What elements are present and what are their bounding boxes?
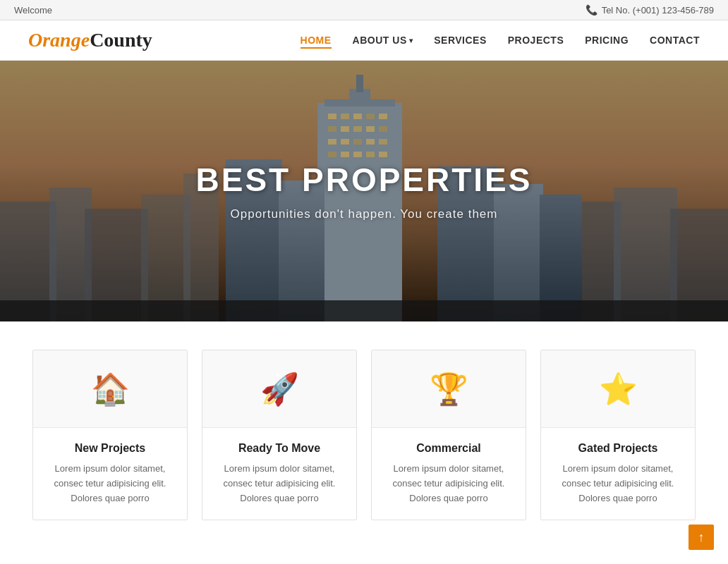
cards-section: 🏠 New Projects Lorem ipsum dolor sitamet… [0, 321, 728, 541]
card-title-4: Gated Projects [554, 442, 682, 455]
nav-item-services[interactable]: SERVICES [434, 34, 487, 47]
topbar-right: 📞 Tel No. (+001) 123-456-789 [586, 4, 714, 16]
nav-links: HOME ABOUT US ▾ SERVICES PROJECTS PRICIN… [301, 32, 700, 49]
card-text-4: Lorem ipsum dolor sitamet, consec tetur … [554, 462, 682, 505]
hero-subtitle: Opportunities don't happen. You create t… [196, 207, 533, 221]
card-new-projects[interactable]: 🏠 New Projects Lorem ipsum dolor sitamet… [32, 350, 188, 520]
nav-link-home[interactable]: HOME [301, 32, 332, 49]
hero-content: BEST PROPERTIES Opportunities don't happ… [196, 161, 533, 221]
card-title-3: Commercial [384, 442, 513, 455]
logo[interactable]: Orange County [28, 29, 152, 51]
card-title-1: New Projects [46, 442, 174, 455]
nav-link-projects[interactable]: PROJECTS [508, 32, 564, 49]
trophy-icon: 🏆 [430, 371, 468, 407]
card-text-1: Lorem ipsum dolor sitamet, consec tetur … [46, 462, 174, 505]
card-icon-area-3: 🏆 [372, 350, 526, 428]
hero-title: BEST PROPERTIES [196, 161, 533, 199]
nav-link-about-us[interactable]: ABOUT US ▾ [353, 32, 413, 49]
hero-section: BEST PROPERTIES Opportunities don't happ… [0, 61, 728, 321]
card-body-1: New Projects Lorem ipsum dolor sitamet, … [33, 428, 187, 520]
card-icon-area-4: ⭐ [541, 350, 695, 428]
nav-link-pricing[interactable]: PRICING [585, 32, 629, 49]
card-commercial[interactable]: 🏆 Commercial Lorem ipsum dolor sitamet, … [371, 350, 526, 520]
nav-item-pricing[interactable]: PRICING [585, 34, 629, 47]
home-icon: 🏠 [91, 371, 130, 407]
nav-link-services[interactable]: SERVICES [434, 32, 487, 49]
rocket-icon: 🚀 [260, 371, 299, 407]
phone-icon: 📞 [586, 4, 597, 16]
card-body-2: Ready To Move Lorem ipsum dolor sitamet,… [202, 428, 356, 520]
about-us-label: ABOUT US [353, 35, 407, 46]
back-to-top-button[interactable]: ↑ [688, 525, 714, 541]
card-text-2: Lorem ipsum dolor sitamet, consec tetur … [215, 462, 344, 505]
card-body-4: Gated Projects Lorem ipsum dolor sitamet… [541, 428, 695, 520]
card-gated-projects[interactable]: ⭐ Gated Projects Lorem ipsum dolor sitam… [540, 350, 696, 520]
welcome-text: Welcome [14, 5, 52, 16]
nav-item-about-us[interactable]: ABOUT US ▾ [353, 32, 413, 49]
navbar: Orange County HOME ABOUT US ▾ SERVICES P… [0, 20, 728, 61]
card-text-3: Lorem ipsum dolor sitamet, consec tetur … [384, 462, 513, 505]
nav-item-projects[interactable]: PROJECTS [508, 34, 564, 47]
chevron-down-icon: ▾ [409, 37, 413, 44]
card-icon-area-1: 🏠 [33, 350, 187, 428]
star-icon: ⭐ [599, 371, 638, 407]
logo-black: County [90, 29, 152, 51]
topbar: Welcome 📞 Tel No. (+001) 123-456-789 [0, 0, 728, 20]
card-body-3: Commercial Lorem ipsum dolor sitamet, co… [372, 428, 526, 520]
phone-number: Tel No. (+001) 123-456-789 [602, 5, 714, 16]
card-icon-area-2: 🚀 [202, 350, 356, 428]
nav-item-home[interactable]: HOME [301, 34, 332, 47]
card-ready-to-move[interactable]: 🚀 Ready To Move Lorem ipsum dolor sitame… [202, 350, 357, 520]
card-title-2: Ready To Move [215, 442, 344, 455]
logo-orange: Orange [28, 29, 90, 51]
nav-item-contact[interactable]: CONTACT [650, 34, 700, 47]
nav-link-contact[interactable]: CONTACT [650, 32, 700, 49]
